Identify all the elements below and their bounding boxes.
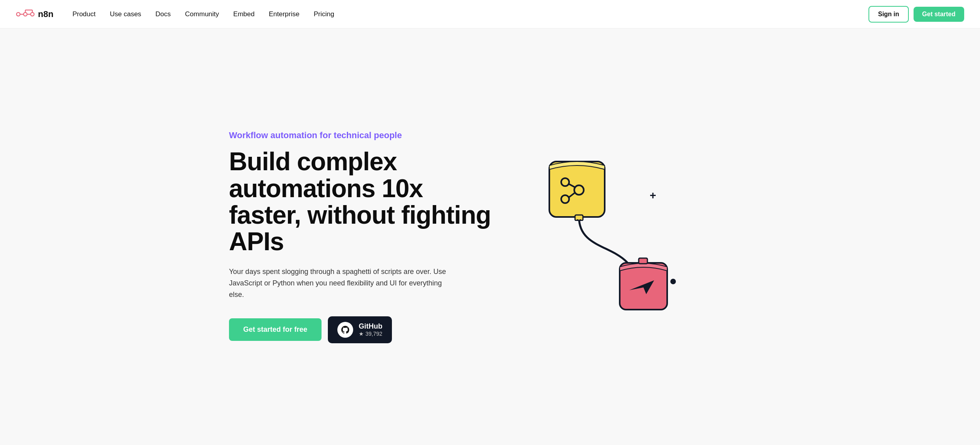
hero-title: Build complex automations 10x faster, wi… [229,148,498,255]
github-stars: ★ 39,792 [359,331,382,337]
github-text: GitHub ★ 39,792 [359,322,382,337]
logo-text: n8n [38,9,53,19]
hero-content: Workflow automation for technical people… [229,130,498,343]
signin-button[interactable]: Sign in [868,6,908,23]
github-button[interactable]: GitHub ★ 39,792 [328,316,392,343]
github-icon [337,322,353,338]
svg-rect-9 [549,162,605,217]
hero-section: Workflow automation for technical people… [213,29,767,445]
nav-item-community[interactable]: Community [185,10,219,18]
svg-point-0 [17,12,20,16]
svg-point-1 [24,12,27,16]
decorative-dot [670,279,676,284]
nav-links: Product Use cases Docs Community Embed E… [72,10,868,18]
get-started-hero-button[interactable]: Get started for free [229,318,322,341]
nav-item-docs[interactable]: Docs [155,10,171,18]
svg-point-2 [30,12,34,16]
nav-item-enterprise[interactable]: Enterprise [269,10,299,18]
pink-cube [617,257,672,312]
plus-icon: + [650,189,656,202]
nav-item-embed[interactable]: Embed [233,10,255,18]
nav-item-use-cases[interactable]: Use cases [110,10,141,18]
github-label: GitHub [359,322,382,331]
svg-rect-20 [639,258,647,264]
nav-actions: Sign in Get started [868,6,964,23]
logo-link[interactable]: n8n [16,8,53,21]
svg-rect-15 [575,215,583,221]
navbar: n8n Product Use cases Docs Community Emb… [0,0,980,29]
get-started-nav-button[interactable]: Get started [914,7,964,22]
hero-illustration: + [514,138,680,336]
nav-item-pricing[interactable]: Pricing [314,10,334,18]
yellow-cube [545,154,613,221]
nav-item-product[interactable]: Product [72,10,96,18]
hero-buttons: Get started for free GitHub ★ 39,792 [229,316,498,343]
hero-subtitle: Workflow automation for technical people [229,130,498,141]
svg-rect-16 [577,219,579,221]
svg-rect-17 [579,219,581,221]
hero-description: Your days spent slogging through a spagh… [229,266,458,300]
